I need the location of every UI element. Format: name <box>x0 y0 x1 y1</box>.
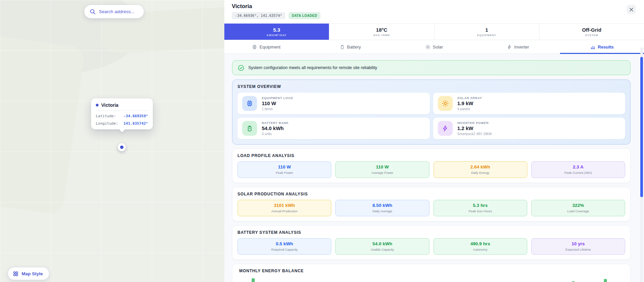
production-bar <box>252 278 255 282</box>
results-panel: Victoria -34.66936°, 141.63574° DATA LOA… <box>224 0 644 282</box>
metric-label: Peak Power <box>239 171 330 175</box>
battery-system-analysis-section: BATTERY SYSTEM ANALYSIS 0.5 kWh Required… <box>232 225 631 260</box>
metric-value: 54.0 kWh <box>337 241 427 246</box>
metric-label: Daily Average <box>337 209 427 213</box>
latitude-row: Latitude: -34.669359° <box>96 114 148 118</box>
results-content: System configuration meets all requireme… <box>224 54 644 282</box>
tabs-row: Equipment Battery Solar <box>224 40 644 54</box>
map-canvas[interactable]: Search address... Victoria Latitude: -34… <box>0 0 224 282</box>
search-placeholder: Search address... <box>99 9 135 14</box>
stat-label: SYSTEM <box>585 34 598 37</box>
tab-equipment[interactable]: Equipment <box>224 40 308 54</box>
map-road-grid <box>0 0 224 282</box>
battery-icon <box>340 44 345 50</box>
bar-chart-icon <box>590 44 595 50</box>
banner-message: System configuration meets all requireme… <box>248 65 377 70</box>
stat-equipment-count[interactable]: 1 EQUIPMENT <box>435 24 539 40</box>
section-title: MONTHLY ENERGY BALANCE <box>239 269 623 273</box>
stat-avg-temp[interactable]: 18°C AVG TEMP <box>329 24 434 40</box>
metric-label: Autonomy <box>435 248 526 251</box>
card-sub: 4 panels <box>457 107 482 111</box>
system-overview-section: SYSTEM OVERVIEW EQUIPMENT LOAD 110 W 1 i… <box>232 80 631 145</box>
monthly-energy-balance-section: MONTHLY ENERGY BALANCE <box>232 264 631 282</box>
chip-icon <box>252 44 257 50</box>
overview-card-inverter-power: INVERTER POWER 1.2 kW Smartpack2 48V 18k… <box>433 118 625 139</box>
card-label: SOLAR ARRAY <box>457 96 482 100</box>
metric-daily-energy: 2.64 kWh Daily Energy <box>433 161 527 178</box>
load-profile-analysis-section: LOAD PROFILE ANALYSIS 110 W Peak Power 1… <box>232 149 631 183</box>
popup-title-row: Victoria <box>96 102 148 111</box>
search-icon <box>90 9 96 15</box>
metric-label: Expected Lifetime <box>533 248 623 251</box>
section-title: SYSTEM OVERVIEW <box>237 84 625 89</box>
card-value: 54.0 kWh <box>262 125 288 131</box>
stat-value: 1 <box>485 27 488 33</box>
latitude-value: -34.669359° <box>123 114 148 118</box>
metric-label: Required Capacity <box>239 248 330 251</box>
tab-label: Solar <box>433 44 443 50</box>
card-value: 110 W <box>262 100 293 106</box>
card-label: INVERTER POWER <box>457 121 492 125</box>
metric-label: Peak Current (48V) <box>533 171 623 175</box>
check-circle-icon <box>238 65 244 71</box>
stat-value: 5.3 <box>273 27 280 33</box>
longitude-row: Longitude: 141.635742° <box>96 121 148 126</box>
metric-required-capacity: 0.5 kWh Required Capacity <box>237 238 331 255</box>
search-address-box[interactable]: Search address... <box>84 5 144 18</box>
metric-label: Usable Capacity <box>337 248 427 251</box>
tab-solar[interactable]: Solar <box>392 40 476 54</box>
stat-value: 18°C <box>376 27 388 33</box>
metric-value: 0.5 kWh <box>239 241 330 246</box>
tab-battery[interactable]: Battery <box>308 40 392 54</box>
card-sub: Smartpack2 48V 18kW <box>457 132 492 136</box>
metric-daily-average: 8.50 kWh Daily Average <box>335 200 429 216</box>
stat-label: KWH/M²/DAY <box>267 34 287 37</box>
stat-solar-irradiance[interactable]: 5.3 KWH/M²/DAY <box>224 24 329 40</box>
battery-icon <box>242 121 257 136</box>
metric-label: Daily Energy <box>435 171 526 175</box>
tab-inverter[interactable]: Inverter <box>476 40 560 54</box>
overview-card-battery-bank: BATTERY BANK 54.0 kWh 4 units <box>237 118 430 139</box>
latitude-label: Latitude: <box>96 114 116 118</box>
tab-label: Inverter <box>514 44 529 50</box>
coordinates-badge: -34.66936°, 141.63574° <box>232 12 285 19</box>
metric-value: 490.9 hrs <box>435 241 526 246</box>
metric-value: 110 W <box>337 164 427 169</box>
stats-row: 5.3 KWH/M²/DAY 18°C AVG TEMP 1 EQUIPMENT… <box>224 23 644 40</box>
map-marker[interactable] <box>118 143 126 151</box>
metric-peak-power: 110 W Peak Power <box>237 161 331 178</box>
metric-load-coverage: 322% Load Coverage <box>531 200 625 216</box>
sun-icon <box>425 44 430 50</box>
panel-scrollbar-track[interactable] <box>640 48 643 282</box>
panel-header: Victoria -34.66936°, 141.63574° DATA LOA… <box>224 0 644 23</box>
metric-label: Annual Production <box>239 209 330 213</box>
metric-usable-capacity: 54.0 kWh Usable Capacity <box>335 238 429 255</box>
metric-label: Load Coverage <box>533 209 623 213</box>
metric-annual-production: 3101 kWh Annual Production <box>237 200 331 216</box>
bolt-icon <box>438 121 453 136</box>
card-label: EQUIPMENT LOAD <box>262 96 293 100</box>
close-icon <box>629 7 634 12</box>
map-marker-dot <box>120 146 123 149</box>
stat-label: AVG TEMP <box>373 34 390 37</box>
sun-icon <box>438 96 453 111</box>
bolt-icon <box>507 44 512 50</box>
card-sub: 1 items <box>262 107 293 111</box>
stat-system-type[interactable]: Off-Grid SYSTEM <box>539 24 644 40</box>
popup-location-name: Victoria <box>101 102 118 108</box>
card-value: 1.9 kW <box>457 100 482 106</box>
tab-results[interactable]: Results <box>560 40 644 54</box>
panel-scrollbar-thumb[interactable] <box>640 57 643 197</box>
map-style-button[interactable]: Map Style <box>8 267 49 280</box>
overview-card-equipment-load: EQUIPMENT LOAD 110 W 1 items <box>237 93 430 114</box>
close-panel-button[interactable] <box>626 5 636 14</box>
metric-value: 5.3 hrs <box>435 203 526 208</box>
metric-value: 2.64 kWh <box>435 164 526 169</box>
success-banner: System configuration meets all requireme… <box>232 60 631 75</box>
metric-value: 110 W <box>239 164 330 169</box>
chip-icon <box>242 96 257 111</box>
tab-label: Equipment <box>259 44 280 50</box>
tab-label: Results <box>598 44 614 50</box>
data-loaded-badge: DATA LOADED <box>288 12 320 19</box>
metric-average-power: 110 W Average Power <box>335 161 429 178</box>
